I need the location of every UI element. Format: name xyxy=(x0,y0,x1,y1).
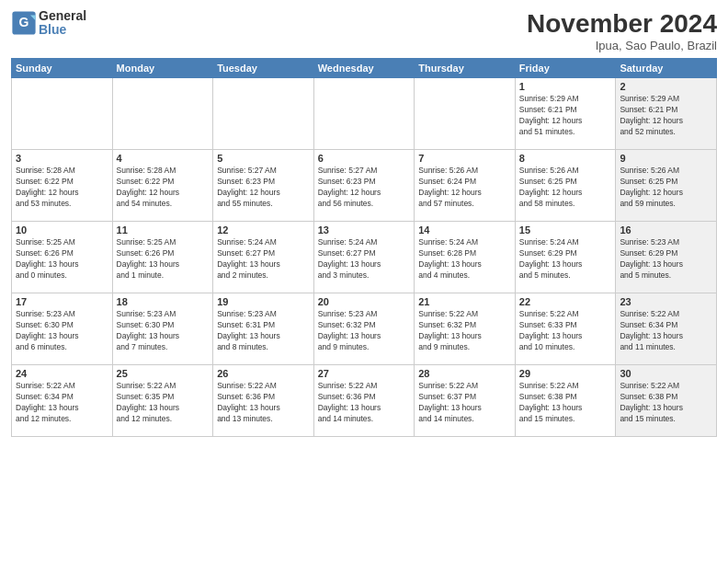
day-number: 5 xyxy=(217,153,310,164)
calendar-cell: 13Sunrise: 5:24 AM Sunset: 6:27 PM Dayli… xyxy=(313,222,415,293)
location: Ipua, Sao Paulo, Brazil xyxy=(527,39,717,52)
day-number: 7 xyxy=(418,153,511,164)
col-header-sunday: Sunday xyxy=(12,59,113,78)
day-number: 21 xyxy=(418,296,511,307)
title-block: November 2024 Ipua, Sao Paulo, Brazil xyxy=(527,9,717,52)
calendar-cell: 18Sunrise: 5:23 AM Sunset: 6:30 PM Dayli… xyxy=(112,293,213,365)
day-info: Sunrise: 5:22 AM Sunset: 6:34 PM Dayligh… xyxy=(620,309,712,353)
day-number: 4 xyxy=(117,153,210,164)
day-info: Sunrise: 5:26 AM Sunset: 6:25 PM Dayligh… xyxy=(519,166,612,210)
calendar-cell: 20Sunrise: 5:23 AM Sunset: 6:32 PM Dayli… xyxy=(313,293,415,365)
day-number: 1 xyxy=(519,81,612,92)
logo-text: General Blue xyxy=(39,9,86,38)
calendar-cell: 7Sunrise: 5:26 AM Sunset: 6:24 PM Daylig… xyxy=(415,150,516,222)
svg-text:G: G xyxy=(19,16,29,30)
day-info: Sunrise: 5:24 AM Sunset: 6:29 PM Dayligh… xyxy=(519,237,612,282)
calendar-cell: 14Sunrise: 5:24 AM Sunset: 6:28 PM Dayli… xyxy=(415,222,516,293)
calendar-cell xyxy=(415,78,516,150)
calendar-cell: 3Sunrise: 5:28 AM Sunset: 6:22 PM Daylig… xyxy=(12,150,113,222)
calendar-cell: 2Sunrise: 5:29 AM Sunset: 6:21 PM Daylig… xyxy=(616,78,717,150)
calendar-cell xyxy=(313,78,415,150)
calendar-cell: 24Sunrise: 5:22 AM Sunset: 6:34 PM Dayli… xyxy=(12,365,113,437)
day-number: 16 xyxy=(620,224,712,236)
day-number: 8 xyxy=(519,153,612,164)
calendar-header-row: SundayMondayTuesdayWednesdayThursdayFrid… xyxy=(12,59,717,78)
day-info: Sunrise: 5:25 AM Sunset: 6:26 PM Dayligh… xyxy=(117,237,210,282)
calendar-cell: 11Sunrise: 5:25 AM Sunset: 6:26 PM Dayli… xyxy=(112,222,213,293)
day-number: 20 xyxy=(318,296,411,307)
calendar-cell: 21Sunrise: 5:22 AM Sunset: 6:32 PM Dayli… xyxy=(415,293,516,365)
day-number: 29 xyxy=(519,368,612,379)
day-number: 13 xyxy=(318,224,411,236)
day-number: 6 xyxy=(318,153,411,164)
day-number: 18 xyxy=(117,296,210,307)
day-number: 23 xyxy=(620,296,712,307)
day-info: Sunrise: 5:27 AM Sunset: 6:23 PM Dayligh… xyxy=(217,166,310,210)
col-header-tuesday: Tuesday xyxy=(213,59,314,78)
calendar-cell: 27Sunrise: 5:22 AM Sunset: 6:36 PM Dayli… xyxy=(313,365,415,437)
calendar-cell: 5Sunrise: 5:27 AM Sunset: 6:23 PM Daylig… xyxy=(213,150,314,222)
day-number: 28 xyxy=(418,368,511,379)
day-info: Sunrise: 5:23 AM Sunset: 6:30 PM Dayligh… xyxy=(117,309,210,353)
day-info: Sunrise: 5:24 AM Sunset: 6:27 PM Dayligh… xyxy=(318,237,411,282)
calendar-cell: 25Sunrise: 5:22 AM Sunset: 6:35 PM Dayli… xyxy=(112,365,213,437)
day-number: 27 xyxy=(318,368,411,379)
week-row-0: 1Sunrise: 5:29 AM Sunset: 6:21 PM Daylig… xyxy=(12,78,717,150)
calendar-cell xyxy=(112,78,213,150)
day-info: Sunrise: 5:22 AM Sunset: 6:36 PM Dayligh… xyxy=(217,381,310,425)
day-number: 15 xyxy=(519,224,612,236)
calendar-cell: 30Sunrise: 5:22 AM Sunset: 6:38 PM Dayli… xyxy=(616,365,717,437)
day-info: Sunrise: 5:22 AM Sunset: 6:32 PM Dayligh… xyxy=(418,309,511,353)
day-info: Sunrise: 5:22 AM Sunset: 6:37 PM Dayligh… xyxy=(418,381,511,425)
day-number: 12 xyxy=(217,224,310,236)
day-info: Sunrise: 5:26 AM Sunset: 6:24 PM Dayligh… xyxy=(418,166,511,210)
calendar-cell: 26Sunrise: 5:22 AM Sunset: 6:36 PM Dayli… xyxy=(213,365,314,437)
day-number: 10 xyxy=(16,224,108,236)
day-number: 30 xyxy=(620,368,712,379)
day-number: 11 xyxy=(117,224,210,236)
day-info: Sunrise: 5:27 AM Sunset: 6:23 PM Dayligh… xyxy=(318,166,411,210)
calendar-cell: 9Sunrise: 5:26 AM Sunset: 6:25 PM Daylig… xyxy=(616,150,717,222)
calendar-cell: 28Sunrise: 5:22 AM Sunset: 6:37 PM Dayli… xyxy=(415,365,516,437)
logo-icon: G xyxy=(11,10,37,36)
day-info: Sunrise: 5:22 AM Sunset: 6:35 PM Dayligh… xyxy=(117,381,210,425)
month-title: November 2024 xyxy=(527,9,717,39)
calendar-cell: 23Sunrise: 5:22 AM Sunset: 6:34 PM Dayli… xyxy=(616,293,717,365)
day-info: Sunrise: 5:22 AM Sunset: 6:38 PM Dayligh… xyxy=(519,381,612,425)
day-info: Sunrise: 5:28 AM Sunset: 6:22 PM Dayligh… xyxy=(16,166,108,210)
day-number: 25 xyxy=(117,368,210,379)
calendar-cell: 1Sunrise: 5:29 AM Sunset: 6:21 PM Daylig… xyxy=(515,78,616,150)
day-info: Sunrise: 5:29 AM Sunset: 6:21 PM Dayligh… xyxy=(620,94,712,138)
calendar-cell: 16Sunrise: 5:23 AM Sunset: 6:29 PM Dayli… xyxy=(616,222,717,293)
day-info: Sunrise: 5:24 AM Sunset: 6:28 PM Dayligh… xyxy=(418,237,511,282)
day-number: 3 xyxy=(16,153,108,164)
calendar-cell xyxy=(213,78,314,150)
day-info: Sunrise: 5:26 AM Sunset: 6:25 PM Dayligh… xyxy=(620,166,712,210)
col-header-friday: Friday xyxy=(515,59,616,78)
week-row-1: 3Sunrise: 5:28 AM Sunset: 6:22 PM Daylig… xyxy=(12,150,717,222)
day-info: Sunrise: 5:24 AM Sunset: 6:27 PM Dayligh… xyxy=(217,237,310,282)
day-info: Sunrise: 5:23 AM Sunset: 6:30 PM Dayligh… xyxy=(16,309,108,353)
week-row-2: 10Sunrise: 5:25 AM Sunset: 6:26 PM Dayli… xyxy=(12,222,717,293)
logo-blue: Blue xyxy=(39,23,86,37)
day-number: 26 xyxy=(217,368,310,379)
col-header-wednesday: Wednesday xyxy=(313,59,415,78)
day-info: Sunrise: 5:29 AM Sunset: 6:21 PM Dayligh… xyxy=(519,94,612,138)
day-info: Sunrise: 5:22 AM Sunset: 6:38 PM Dayligh… xyxy=(620,381,712,425)
calendar-cell xyxy=(12,78,113,150)
day-number: 9 xyxy=(620,153,712,164)
logo: G General Blue xyxy=(11,9,86,38)
day-info: Sunrise: 5:28 AM Sunset: 6:22 PM Dayligh… xyxy=(117,166,210,210)
col-header-monday: Monday xyxy=(112,59,213,78)
calendar-cell: 22Sunrise: 5:22 AM Sunset: 6:33 PM Dayli… xyxy=(515,293,616,365)
calendar-table: SundayMondayTuesdayWednesdayThursdayFrid… xyxy=(11,58,717,437)
day-number: 2 xyxy=(620,81,712,92)
day-number: 22 xyxy=(519,296,612,307)
calendar-cell: 4Sunrise: 5:28 AM Sunset: 6:22 PM Daylig… xyxy=(112,150,213,222)
day-info: Sunrise: 5:23 AM Sunset: 6:31 PM Dayligh… xyxy=(217,309,310,353)
day-number: 24 xyxy=(16,368,108,379)
day-info: Sunrise: 5:22 AM Sunset: 6:33 PM Dayligh… xyxy=(519,309,612,353)
calendar-cell: 12Sunrise: 5:24 AM Sunset: 6:27 PM Dayli… xyxy=(213,222,314,293)
col-header-thursday: Thursday xyxy=(415,59,516,78)
calendar-cell: 6Sunrise: 5:27 AM Sunset: 6:23 PM Daylig… xyxy=(313,150,415,222)
